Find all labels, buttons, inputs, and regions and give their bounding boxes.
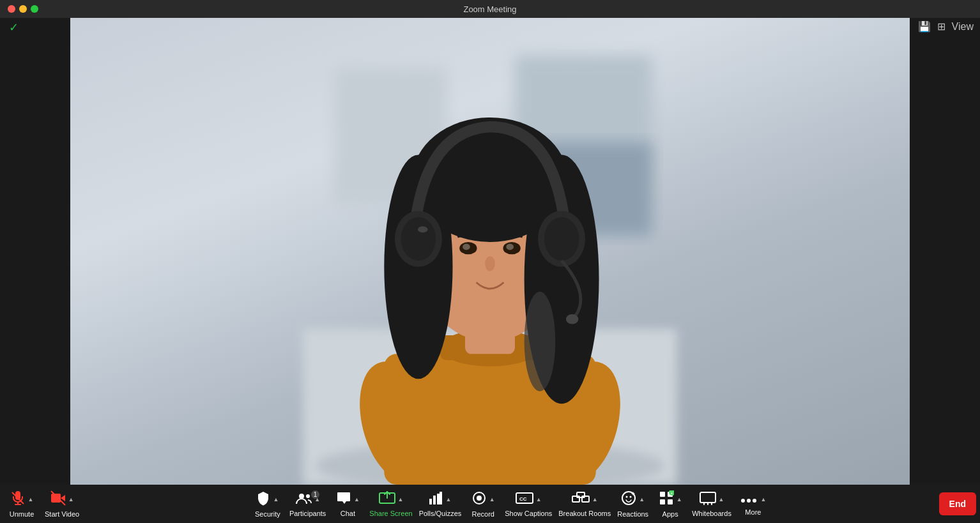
svg-point-58 [747, 499, 751, 503]
share-screen-chevron[interactable]: ▲ [398, 496, 404, 503]
svg-rect-36 [429, 499, 432, 504]
participants-icon [295, 491, 312, 508]
security-icon [256, 490, 270, 508]
svg-text:CC: CC [519, 496, 527, 502]
polls-chevron[interactable]: ▲ [445, 496, 451, 503]
captions-label: Show Captions [505, 510, 552, 517]
save-icon[interactable]: 💾 [918, 20, 931, 33]
share-screen-label: Share Screen [369, 510, 412, 517]
mute-icon [10, 490, 26, 508]
more-icon [740, 492, 758, 506]
share-screen-icon [379, 491, 395, 508]
record-icon [471, 490, 487, 508]
window-title: Zoom Meeting [463, 4, 516, 14]
svg-rect-37 [433, 496, 436, 504]
start-video-button[interactable]: ▲ Start Video [42, 487, 82, 521]
svg-point-18 [524, 292, 556, 391]
toolbar: ▲ Unmute ▲ Start Video [0, 485, 980, 523]
participant-video [196, 18, 784, 485]
video-background [70, 18, 910, 485]
unmute-button[interactable]: ▲ Unmute [4, 487, 40, 521]
reactions-button[interactable]: ▲ Reactions [615, 487, 651, 521]
svg-point-25 [401, 217, 436, 261]
apps-icon: + [659, 490, 674, 508]
svg-point-34 [306, 494, 310, 498]
participants-button[interactable]: ▲ Participants 1 [287, 487, 328, 521]
svg-point-57 [741, 499, 745, 503]
chat-chevron[interactable]: ▲ [354, 496, 360, 503]
polls-label: Polls/Quizzes [419, 510, 462, 517]
whiteboards-button[interactable]: ▲ Whiteboards [689, 487, 734, 521]
window-controls[interactable] [8, 5, 38, 13]
whiteboards-icon [700, 491, 716, 508]
unmute-chevron[interactable]: ▲ [28, 496, 34, 503]
record-button[interactable]: ▲ Record [465, 487, 501, 521]
svg-point-33 [299, 494, 304, 499]
svg-point-22 [506, 244, 514, 250]
svg-rect-53 [668, 499, 673, 504]
chat-icon [336, 491, 351, 508]
breakout-icon [572, 491, 590, 508]
close-button[interactable] [8, 5, 15, 13]
svg-rect-56 [700, 492, 716, 503]
svg-rect-50 [660, 492, 665, 497]
start-video-label: Start Video [45, 510, 79, 518]
security-label: Security [255, 510, 280, 518]
show-captions-button[interactable]: CC ▲ Show Captions [502, 487, 555, 521]
captions-icon: CC [516, 491, 533, 508]
apps-label: Apps [662, 510, 678, 518]
video-icon [50, 490, 66, 508]
polls-icon [429, 491, 443, 508]
share-screen-button[interactable]: ▲ Share Screen [367, 487, 415, 521]
maximize-button[interactable] [31, 5, 38, 13]
breakout-chevron[interactable]: ▲ [592, 496, 598, 503]
svg-point-27 [544, 217, 579, 261]
svg-point-49 [630, 496, 632, 497]
view-label[interactable]: View [952, 21, 974, 33]
more-label: More [745, 508, 761, 516]
svg-rect-39 [440, 492, 442, 504]
svg-point-29 [418, 227, 428, 233]
apps-button[interactable]: + ▲ Apps [652, 487, 688, 521]
svg-rect-12 [403, 453, 578, 485]
reactions-label: Reactions [617, 510, 648, 518]
svg-point-48 [626, 496, 628, 497]
more-chevron[interactable]: ▲ [760, 496, 766, 503]
svg-point-21 [463, 244, 470, 250]
apps-chevron[interactable]: ▲ [677, 496, 682, 503]
record-label: Record [472, 510, 494, 518]
reactions-chevron[interactable]: ▲ [639, 496, 645, 503]
shield-icon: ✓ [9, 20, 19, 34]
captions-chevron[interactable]: ▲ [536, 496, 542, 503]
svg-point-41 [477, 496, 482, 501]
toolbar-left: ▲ Unmute ▲ Start Video [4, 487, 82, 521]
svg-rect-52 [660, 499, 665, 504]
svg-point-23 [485, 256, 495, 271]
svg-rect-38 [437, 494, 440, 504]
unmute-label: Unmute [10, 510, 34, 518]
grid-icon[interactable]: ⊞ [937, 20, 946, 33]
breakout-rooms-button[interactable]: ▲ Breakout Rooms [556, 487, 613, 521]
video-area [70, 18, 910, 485]
minimize-button[interactable] [19, 5, 27, 13]
participants-label: Participants [289, 510, 326, 517]
polls-quizzes-button[interactable]: ▲ Polls/Quizzes [417, 487, 464, 521]
security-chevron[interactable]: ▲ [273, 496, 279, 503]
record-chevron[interactable]: ▲ [489, 496, 495, 503]
toolbar-right: End [939, 492, 976, 515]
whiteboards-label: Whiteboards [692, 510, 731, 517]
security-button[interactable]: ▲ Security [250, 487, 286, 521]
toolbar-center: ▲ Security ▲ Participants 1 [82, 487, 938, 521]
top-right-controls[interactable]: 💾 ⊞ View [918, 20, 974, 33]
reactions-icon [621, 490, 636, 508]
more-button[interactable]: ▲ More [735, 487, 771, 521]
svg-point-59 [753, 499, 756, 503]
chat-label: Chat [341, 510, 355, 517]
svg-text:+: + [670, 491, 673, 495]
start-video-chevron[interactable]: ▲ [68, 496, 74, 503]
chat-button[interactable]: ▲ Chat [330, 487, 365, 521]
whiteboards-chevron[interactable]: ▲ [719, 496, 724, 503]
breakout-label: Breakout Rooms [558, 510, 611, 517]
title-bar: Zoom Meeting [0, 0, 980, 18]
end-button[interactable]: End [939, 492, 976, 515]
